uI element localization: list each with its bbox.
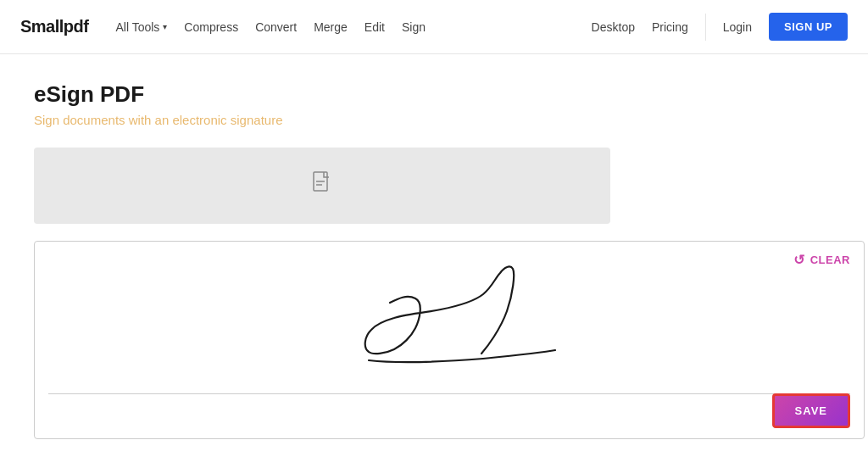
nav-compress[interactable]: Compress	[184, 20, 238, 34]
nav-pricing[interactable]: Pricing	[652, 20, 688, 34]
save-button-wrapper: SAVE	[772, 393, 850, 428]
signup-button[interactable]: SIGN UP	[769, 13, 848, 41]
login-button[interactable]: Login	[723, 20, 752, 34]
nav-edit[interactable]: Edit	[364, 20, 385, 34]
signature-baseline	[48, 393, 850, 394]
nav-sign[interactable]: Sign	[402, 20, 426, 34]
logo[interactable]: Smallpdf	[20, 17, 88, 36]
nav-convert[interactable]: Convert	[255, 20, 297, 34]
signature-canvas[interactable]	[48, 252, 850, 387]
chevron-down-icon: ▾	[163, 22, 167, 31]
nav-desktop[interactable]: Desktop	[592, 20, 635, 34]
page-subtitle: Sign documents with an electronic signat…	[34, 113, 729, 127]
nav-all-tools[interactable]: All Tools ▾	[115, 20, 167, 34]
nav-merge[interactable]: Merge	[314, 20, 348, 34]
signature-area[interactable]: ↺ CLEAR SAVE	[34, 241, 865, 439]
save-button[interactable]: SAVE	[772, 393, 850, 428]
file-drop-zone[interactable]	[34, 148, 610, 224]
page-title: eSign PDF	[34, 81, 729, 108]
nav-divider	[705, 14, 706, 41]
file-upload-icon	[312, 171, 332, 200]
